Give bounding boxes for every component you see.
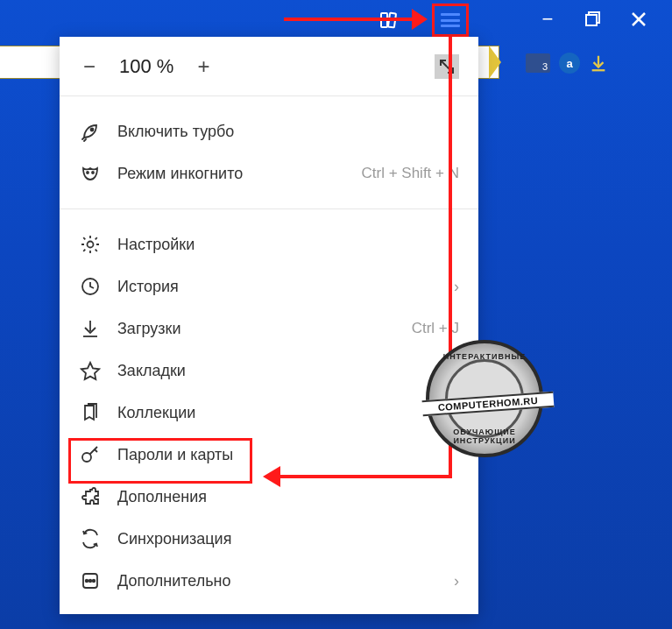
- menu-item-settings[interactable]: Настройки: [60, 223, 478, 265]
- rocket-icon: [79, 120, 102, 143]
- maximize-button[interactable]: [583, 9, 604, 30]
- menu-item-more[interactable]: Дополнительно ›: [60, 560, 478, 602]
- download-icon: [79, 317, 102, 340]
- main-menu-button[interactable]: [432, 4, 469, 37]
- fullscreen-button[interactable]: [435, 54, 459, 79]
- svg-point-10: [91, 129, 94, 131]
- gear-icon: [79, 233, 102, 256]
- svg-point-21: [89, 580, 92, 583]
- menu-label: Дополнения: [117, 488, 459, 506]
- svg-point-13: [88, 242, 94, 248]
- menu-item-history[interactable]: История ›: [60, 265, 478, 307]
- close-button[interactable]: [628, 9, 649, 30]
- menu-label: Пароли и карты: [117, 446, 459, 464]
- annotation-arrow-top: [284, 9, 428, 30]
- restore-icon: [585, 11, 601, 27]
- hamburger-icon: [441, 13, 460, 27]
- menu-item-incognito[interactable]: Режим инкогнито Ctrl + Shift + N: [60, 152, 478, 194]
- minimize-button[interactable]: −: [537, 9, 558, 30]
- zoom-out-button[interactable]: −: [79, 54, 100, 79]
- menu-label: Включить турбо: [117, 123, 459, 141]
- menu-shortcut: Ctrl + Shift + N: [362, 165, 459, 182]
- chevron-right-icon: ›: [454, 278, 459, 296]
- clock-icon: [79, 275, 102, 298]
- key-icon: [79, 443, 102, 466]
- sync-icon: [79, 527, 102, 550]
- puzzle-icon: [79, 485, 102, 508]
- collections-icon: [79, 401, 102, 424]
- address-bar-notch: [489, 46, 501, 79]
- menu-item-downloads[interactable]: Загрузки Ctrl + J: [60, 307, 478, 350]
- menu-label: Загрузки: [117, 320, 396, 338]
- fullscreen-icon: [439, 59, 455, 74]
- menu-label: Закладки: [117, 362, 459, 380]
- mail-extension-icon[interactable]: 3: [526, 53, 550, 73]
- zoom-row: − 100 % +: [60, 37, 478, 96]
- svg-line-8: [441, 60, 447, 67]
- more-icon: [79, 569, 102, 592]
- downloads-toolbar-icon[interactable]: [589, 53, 608, 73]
- menu-label: Дополнительно: [117, 572, 438, 590]
- zoom-in-button[interactable]: +: [193, 54, 214, 79]
- menu-label: История: [117, 278, 438, 296]
- extension-icons: 3 a: [526, 53, 608, 74]
- close-icon: [632, 12, 646, 26]
- chevron-right-icon: ›: [454, 572, 459, 590]
- menu-label: Режим инкогнито: [117, 165, 346, 183]
- svg-point-12: [92, 172, 94, 173]
- main-menu-panel: − 100 % + Включить турбо Режим инкогнито…: [60, 37, 478, 614]
- svg-marker-17: [81, 363, 99, 379]
- menu-label: Настройки: [117, 236, 459, 254]
- menu-item-turbo[interactable]: Включить турбо: [60, 110, 478, 152]
- menu-item-bookmarks[interactable]: Закладки: [60, 350, 478, 392]
- stamp-ring-top: ИНТЕРАКТИВНЫЕ: [429, 352, 540, 361]
- annotation-arrow-bottom: [279, 475, 452, 478]
- svg-rect-1: [586, 15, 597, 25]
- mask-icon: [79, 162, 102, 185]
- svg-point-11: [87, 172, 88, 173]
- star-icon: [79, 359, 102, 382]
- watermark-stamp: ИНТЕРАКТИВНЫЕ COMPUTERHOM.RU ОБУЧАЮЩИЕ И…: [426, 340, 543, 457]
- zoom-value: 100 %: [119, 55, 173, 78]
- menu-label: Синхронизация: [117, 530, 459, 548]
- menu-item-sync[interactable]: Синхронизация: [60, 518, 478, 560]
- menu-label: Коллекции: [117, 404, 459, 422]
- svg-point-22: [93, 580, 95, 583]
- menu-item-collections[interactable]: Коллекции: [60, 392, 478, 434]
- annotation-arrow-head-left: [263, 466, 280, 487]
- stamp-ring-bottom: ОБУЧАЮЩИЕ ИНСТРУКЦИИ: [429, 428, 540, 445]
- svg-point-20: [86, 580, 88, 583]
- a-extension-icon[interactable]: a: [559, 53, 580, 74]
